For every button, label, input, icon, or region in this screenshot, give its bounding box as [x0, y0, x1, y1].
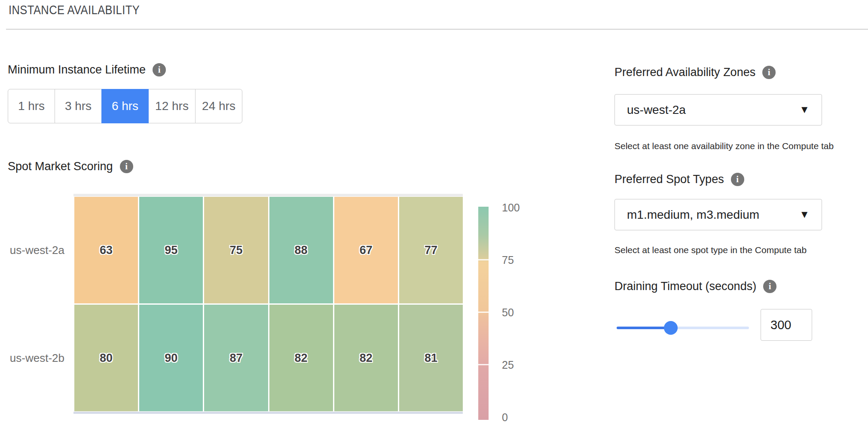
- heatmap-top-strip: [73, 194, 463, 196]
- availability-zones-helper: Select at least one availability zone in…: [614, 141, 834, 151]
- heatmap-cell: 87: [204, 305, 268, 411]
- slider-fill: [617, 327, 671, 329]
- heatmap-axis-labels: us-west-2aus-west-2b: [9, 197, 64, 412]
- draining-timeout-label: Draining Timeout (seconds): [614, 280, 756, 293]
- heatmap-bottom-strip: [73, 412, 463, 414]
- heatmap-cell: 63: [74, 197, 138, 303]
- info-icon[interactable]: i: [153, 63, 166, 76]
- heatmap-cell: 82: [269, 305, 333, 411]
- colorbar-ticks: 1007550250: [502, 207, 532, 422]
- heatmap-cell: 75: [204, 197, 268, 303]
- lifetime-option-6-hrs[interactable]: 6 hrs: [101, 89, 149, 123]
- draining-timeout-slider[interactable]: [617, 321, 749, 335]
- preferred-availability-zones-label: Preferred Availability Zones: [614, 66, 755, 79]
- spot-types-dropdown[interactable]: m1.medium, m3.medium ▼: [614, 199, 822, 230]
- heatmap-row-label: us-west-2b: [9, 305, 64, 411]
- colorbar-tick-label: 0: [502, 410, 508, 422]
- colorbar-separator: [478, 259, 489, 260]
- draining-timeout-input[interactable]: [761, 309, 812, 341]
- spot-market-scoring-label: Spot Market Scoring: [8, 160, 113, 173]
- info-icon[interactable]: i: [120, 160, 133, 173]
- info-icon[interactable]: i: [763, 280, 776, 293]
- preferred-spot-types-label: Preferred Spot Types: [614, 173, 724, 186]
- lifetime-option-12-hrs[interactable]: 12 hrs: [148, 89, 196, 123]
- colorbar: [478, 207, 489, 420]
- colorbar-separator: [478, 364, 489, 365]
- colorbar-separator: [478, 312, 489, 313]
- availability-zones-value: us-west-2a: [627, 103, 686, 117]
- colorbar-tick-label: 25: [502, 358, 514, 372]
- colorbar-tick-label: 50: [502, 306, 514, 319]
- heatmap-row: 809087828281: [74, 305, 463, 411]
- heatmap-cell: 88: [269, 197, 333, 303]
- header-divider: [6, 29, 868, 30]
- colorbar-tick-label: 100: [502, 201, 520, 214]
- preferred-spot-types-row: Preferred Spot Types i: [614, 173, 744, 186]
- instance-availability-page: INSTANCE AVAILABILITY Minimum Instance L…: [0, 0, 868, 422]
- slider-handle[interactable]: [664, 321, 678, 335]
- spot-market-scoring-row: Spot Market Scoring i: [8, 160, 133, 173]
- lifetime-option-1-hrs[interactable]: 1 hrs: [8, 89, 55, 123]
- colorbar-tick-label: 75: [502, 253, 514, 267]
- heatmap-cell: 81: [399, 305, 463, 411]
- info-icon[interactable]: i: [762, 66, 776, 79]
- heatmap-row-label: us-west-2a: [9, 197, 64, 303]
- heatmap-row: 639575886777: [74, 197, 463, 303]
- lifetime-option-24-hrs[interactable]: 24 hrs: [195, 89, 242, 123]
- spot-types-value: m1.medium, m3.medium: [627, 208, 759, 222]
- page-title: INSTANCE AVAILABILITY: [9, 3, 140, 17]
- chevron-down-icon: ▼: [799, 104, 810, 115]
- preferred-availability-zones-row: Preferred Availability Zones i: [614, 66, 776, 79]
- lifetime-button-group: 1 hrs3 hrs6 hrs12 hrs24 hrs: [8, 89, 242, 123]
- draining-timeout-row: Draining Timeout (seconds) i: [614, 280, 776, 293]
- heatmap-cell: 82: [334, 305, 398, 411]
- minimum-instance-lifetime-label: Minimum Instance Lifetime: [8, 63, 146, 76]
- heatmap-rows: 639575886777809087828281: [74, 197, 463, 412]
- availability-zones-dropdown[interactable]: us-west-2a ▼: [614, 94, 822, 125]
- heatmap-cell: 95: [139, 197, 203, 303]
- info-icon[interactable]: i: [731, 173, 744, 186]
- heatmap-cell: 77: [399, 197, 463, 303]
- lifetime-option-3-hrs[interactable]: 3 hrs: [55, 89, 102, 123]
- chevron-down-icon: ▼: [799, 209, 810, 220]
- minimum-instance-lifetime-row: Minimum Instance Lifetime i: [8, 63, 166, 76]
- heatmap-cell: 80: [74, 305, 138, 411]
- spot-types-helper: Select at least one spot type in the Com…: [614, 245, 807, 255]
- heatmap-cell: 67: [334, 197, 398, 303]
- heatmap-cell: 90: [139, 305, 203, 411]
